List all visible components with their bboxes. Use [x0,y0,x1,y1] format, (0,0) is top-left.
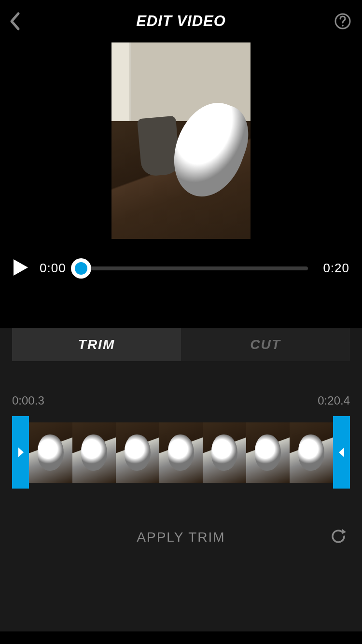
svg-marker-2 [14,259,28,276]
bottom-toolbar [0,631,362,644]
apply-trim-button[interactable]: APPLY TRIM [137,530,225,545]
filmstrip-frames[interactable] [29,422,333,483]
svg-marker-4 [339,448,344,457]
back-button[interactable] [9,12,20,33]
page-title: EDIT VIDEO [136,13,226,30]
tab-cut[interactable]: CUT [181,328,350,361]
filmstrip-frame [72,422,116,483]
trim-start-time: 0:00.3 [12,394,44,407]
filmstrip-frame [246,422,290,483]
play-icon [13,258,29,277]
video-frame [111,42,251,239]
scrubber-track[interactable] [81,266,308,270]
triangle-right-icon [17,446,25,459]
playback-bar: 0:00 0:20 [0,248,362,289]
trim-handle-right[interactable] [333,416,350,489]
reset-button[interactable] [329,527,348,548]
video-preview[interactable] [0,42,362,248]
svg-marker-3 [18,448,24,457]
svg-marker-5 [342,529,346,534]
filmstrip-frame [203,422,246,483]
current-time: 0:00 [40,261,70,276]
trim-filmstrip [12,416,350,489]
tab-trim[interactable]: TRIM [12,328,181,361]
trim-handle-left[interactable] [12,416,29,489]
help-icon [334,13,351,30]
play-button[interactable] [13,258,29,279]
trim-time-labels: 0:00.3 0:20.4 [12,394,350,407]
svg-point-1 [342,25,344,27]
header: EDIT VIDEO [0,0,362,42]
reset-icon [329,527,348,546]
triangle-left-icon [338,446,346,459]
apply-row: APPLY TRIM [12,530,350,545]
help-button[interactable] [334,13,351,32]
mode-tabs: TRIM CUT [12,328,350,361]
trim-end-time: 0:20.4 [318,394,350,407]
filmstrip-frame [116,422,159,483]
filmstrip-frame [290,422,333,483]
scrubber-handle[interactable] [71,258,91,279]
filmstrip-frame [159,422,203,483]
edit-panel: TRIM CUT 0:00.3 0:20.4 APPLY TRIM [0,328,362,631]
total-time: 0:20 [319,261,349,276]
chevron-left-icon [9,12,20,31]
filmstrip-frame [29,422,72,483]
